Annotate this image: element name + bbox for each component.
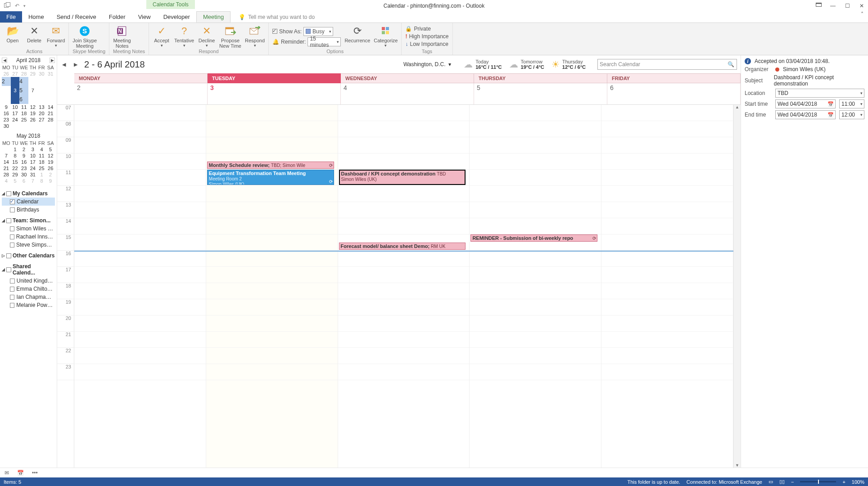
mini-day[interactable]: 23 xyxy=(2,117,11,123)
mini-day[interactable]: 10 xyxy=(11,104,20,110)
mini-day[interactable]: 28 xyxy=(46,117,55,123)
mini-day[interactable]: 9 xyxy=(2,104,11,110)
calendar-group-header[interactable]: ◢My Calendars xyxy=(2,189,55,198)
mini-day[interactable]: 17 xyxy=(11,110,20,117)
close-icon[interactable]: ✕ xyxy=(858,3,865,9)
show-as-checkbox[interactable] xyxy=(272,29,277,34)
private-toggle[interactable]: 🔒Private xyxy=(405,26,448,32)
calendar-item[interactable]: Birthdays xyxy=(2,206,55,214)
mini-day[interactable]: 11 xyxy=(37,153,46,159)
tab-meeting[interactable]: Meeting xyxy=(196,11,231,22)
calendar-event[interactable]: REMINDER - Submission of bi-weekly repo⟳ xyxy=(470,234,597,242)
calendar-checkbox[interactable] xyxy=(10,287,14,292)
calendar-nav-icon[interactable]: 📅 xyxy=(17,470,24,476)
mini-day[interactable]: 25 xyxy=(19,117,28,123)
calendar-group-header[interactable]: ◢Shared Calend... xyxy=(2,262,55,277)
group-checkbox[interactable] xyxy=(6,191,11,196)
calendar-event[interactable]: Monthly Schedule review; TBD; Simon Wile… xyxy=(207,162,334,169)
day-header[interactable]: FRIDAY xyxy=(607,73,741,83)
next-week-button[interactable]: ▶ xyxy=(72,61,79,68)
vertical-scrollbar[interactable]: ▲▼ xyxy=(733,105,741,468)
mini-day[interactable]: 26 xyxy=(46,165,55,171)
day-header[interactable]: TUESDAY xyxy=(208,73,341,83)
calendar-event[interactable]: Dashboard / KPI concept demonstration TB… xyxy=(339,170,466,185)
calendar-group-header[interactable]: ▷Other Calendars xyxy=(2,252,55,260)
all-day-cell[interactable]: 6 xyxy=(607,83,741,104)
maximize-icon[interactable]: ☐ xyxy=(844,3,851,9)
mini-day[interactable]: 30 xyxy=(37,71,46,77)
mini-next-icon[interactable]: ▶ xyxy=(50,58,55,63)
mini-day[interactable]: 22 xyxy=(11,165,20,171)
weather-location[interactable]: Washington, D.C. ▾ xyxy=(403,61,451,68)
open-button[interactable]: 📂Open xyxy=(4,24,22,49)
mini-day[interactable]: 2 xyxy=(19,146,28,153)
mini-day[interactable]: 9 xyxy=(46,178,55,184)
tell-me-box[interactable]: 💡Tell me what you want to do xyxy=(239,11,315,22)
mini-day[interactable]: 10 xyxy=(28,153,37,159)
calendar-checkbox[interactable] xyxy=(10,295,14,300)
mini-day[interactable]: 5 xyxy=(46,146,55,153)
mini-day[interactable]: 1 xyxy=(11,146,20,153)
day-header[interactable]: THURSDAY xyxy=(474,73,607,83)
tab-file[interactable]: File xyxy=(0,11,22,22)
mini-day[interactable]: 6 xyxy=(19,178,28,184)
calendar-event[interactable]: Forecast model/ balance sheet Demo; RM U… xyxy=(339,243,466,250)
more-nav-icon[interactable]: ••• xyxy=(32,470,38,476)
zoom-slider[interactable] xyxy=(800,481,836,482)
tentative-button[interactable]: ?Tentative▾ xyxy=(174,24,194,49)
day-header[interactable]: MONDAY xyxy=(74,73,208,83)
mini-day[interactable]: 4 xyxy=(37,146,46,153)
all-day-cell[interactable]: 3 xyxy=(208,83,341,104)
reminder-select[interactable]: 15 minutes xyxy=(307,37,341,46)
day-column[interactable] xyxy=(74,105,206,468)
day-header[interactable]: WEDNESDAY xyxy=(341,73,474,83)
mini-day[interactable]: 29 xyxy=(11,171,20,178)
join-skype-button[interactable]: SJoin Skype Meeting xyxy=(72,24,97,49)
mini-day[interactable]: 3 xyxy=(28,146,37,153)
all-day-cell[interactable]: 2 xyxy=(74,83,208,104)
view-reading-icon[interactable]: ▯▯ xyxy=(779,479,785,485)
forward-button[interactable]: ✉Forward▾ xyxy=(47,24,65,49)
group-checkbox[interactable] xyxy=(6,218,11,223)
mini-day[interactable]: 31 xyxy=(46,71,55,77)
tab-home[interactable]: Home xyxy=(22,11,50,22)
mini-day[interactable]: 27 xyxy=(37,117,46,123)
mini-day[interactable]: 12 xyxy=(46,153,55,159)
mini-day[interactable]: 11 xyxy=(19,104,28,110)
tab-developer[interactable]: Developer xyxy=(157,11,196,22)
start-time-field[interactable]: 11:00 xyxy=(839,99,864,108)
day-column[interactable]: Dashboard / KPI concept demonstration TB… xyxy=(338,105,470,468)
mini-day[interactable]: 19 xyxy=(46,159,55,165)
mini-day[interactable]: 1 xyxy=(37,171,46,178)
mini-day[interactable]: 21 xyxy=(2,165,11,171)
mini-day[interactable] xyxy=(19,123,28,129)
location-field[interactable]: TBD xyxy=(775,89,864,98)
mini-day[interactable]: 23 xyxy=(19,165,28,171)
decline-button[interactable]: ✕Decline▾ xyxy=(198,24,216,49)
mini-day[interactable]: 8 xyxy=(37,178,46,184)
respond-button[interactable]: Respond▾ xyxy=(245,24,265,49)
calendar-checkbox[interactable] xyxy=(10,279,15,284)
recurrence-button[interactable]: ⟳Recurrence xyxy=(344,24,370,49)
accept-button[interactable]: ✓Accept▾ xyxy=(153,24,171,49)
mini-day[interactable]: 7 xyxy=(28,178,37,184)
mini-day[interactable]: 18 xyxy=(37,159,46,165)
mini-day[interactable]: 7 xyxy=(28,77,37,104)
mini-day[interactable]: 12 xyxy=(28,104,37,110)
prev-week-button[interactable]: ◀ xyxy=(61,61,67,68)
mini-day[interactable]: 24 xyxy=(28,165,37,171)
collapse-ribbon-icon[interactable]: ˄ xyxy=(861,11,863,18)
mini-day[interactable]: 24 xyxy=(11,117,20,123)
day-column[interactable]: REMINDER - Submission of bi-weekly repo⟳ xyxy=(470,105,601,468)
calendar-item[interactable]: Simon Wiles (UK) xyxy=(2,225,55,233)
calendar-checkbox[interactable] xyxy=(10,234,14,239)
mini-day[interactable]: 3 xyxy=(11,77,20,104)
mini-day[interactable] xyxy=(11,123,20,129)
calendar-event[interactable]: Equipment Transformation Team MeetingMee… xyxy=(207,170,334,185)
low-importance-toggle[interactable]: ↓Low Importance xyxy=(405,41,448,47)
delete-button[interactable]: ✕Delete xyxy=(25,24,43,49)
end-time-field[interactable]: 12:00 xyxy=(839,110,864,119)
zoom-in-icon[interactable]: + xyxy=(842,479,845,485)
mini-day[interactable]: 28 xyxy=(19,71,28,77)
calendar-item[interactable]: Calendar xyxy=(2,198,55,206)
